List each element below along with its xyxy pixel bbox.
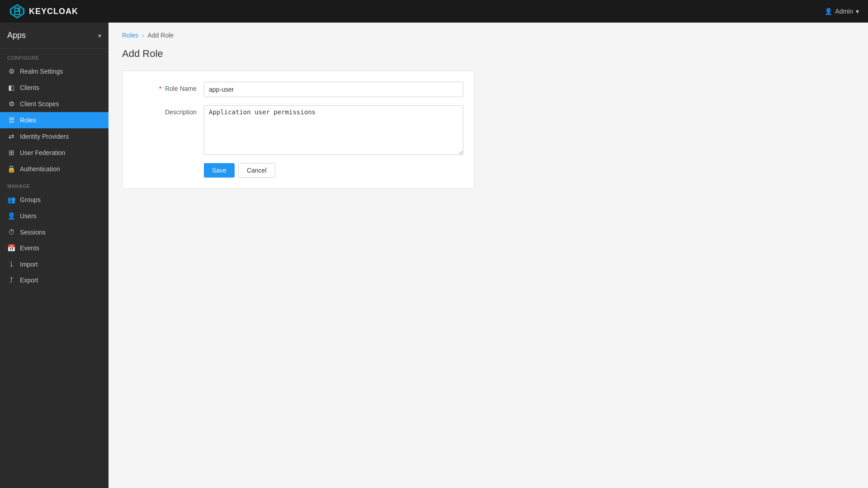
sidebar-item-groups[interactable]: 👥 Groups <box>0 192 108 208</box>
apps-chevron-icon: ▾ <box>98 32 101 39</box>
breadcrumb: Roles › Add Role <box>122 32 854 39</box>
sidebar-item-user-federation[interactable]: ⊞ User Federation <box>0 145 108 161</box>
sidebar-item-sessions[interactable]: ⏱ Sessions <box>0 224 108 240</box>
description-textarea[interactable] <box>204 105 463 155</box>
import-icon: ⤵ <box>7 260 15 268</box>
realm-settings-icon: ⚙ <box>7 67 15 75</box>
sidebar-item-label: Clients <box>20 84 39 91</box>
sidebar-item-identity-providers[interactable]: ⇄ Identity Providers <box>0 128 108 145</box>
roles-icon: ☰ <box>7 116 15 124</box>
layout: Apps ▾ Configure ⚙ Realm Settings ◧ Clie… <box>0 23 868 488</box>
sidebar-item-label: Groups <box>20 196 41 203</box>
sidebar-item-label: Authentication <box>20 165 60 173</box>
sidebar: Apps ▾ Configure ⚙ Realm Settings ◧ Clie… <box>0 23 108 488</box>
role-name-group: * Role Name <box>123 82 463 97</box>
sidebar-item-label: User Federation <box>20 149 65 156</box>
navbar: KEYCLOAK 👤 Admin ▾ <box>0 0 868 23</box>
breadcrumb-roles-link[interactable]: Roles <box>122 32 138 39</box>
form-actions: Save Cancel <box>123 163 463 178</box>
description-group: Description <box>123 105 463 155</box>
required-asterisk: * <box>159 85 161 92</box>
sidebar-item-export[interactable]: ⤴ Export <box>0 272 108 288</box>
sidebar-item-realm-settings[interactable]: ⚙ Realm Settings <box>0 63 108 80</box>
sidebar-item-clients[interactable]: ◧ Clients <box>0 80 108 96</box>
page-title: Add Role <box>122 48 854 60</box>
client-scopes-icon: ⚙ <box>7 100 15 108</box>
main-content: Roles › Add Role Add Role * Role Name De… <box>108 23 868 488</box>
breadcrumb-current: Add Role <box>147 32 174 39</box>
sidebar-item-users[interactable]: 👤 Users <box>0 208 108 224</box>
brand-text: KEYCLOAK <box>29 7 78 16</box>
sidebar-item-label: Events <box>20 244 39 252</box>
configure-section-title: Configure <box>0 49 108 63</box>
sessions-icon: ⏱ <box>7 228 15 236</box>
sidebar-item-events[interactable]: 📅 Events <box>0 240 108 256</box>
export-icon: ⤴ <box>7 276 15 284</box>
identity-providers-icon: ⇄ <box>7 132 15 141</box>
manage-section-title: Manage <box>0 177 108 192</box>
keycloak-logo-icon <box>9 3 25 19</box>
add-role-form: * Role Name Description Save Cancel <box>122 70 475 189</box>
events-icon: 📅 <box>7 244 15 252</box>
sidebar-item-label: Users <box>20 212 37 220</box>
sidebar-item-label: Sessions <box>20 229 46 236</box>
user-federation-icon: ⊞ <box>7 149 15 157</box>
save-button[interactable]: Save <box>204 163 235 178</box>
user-label: Admin <box>835 8 853 15</box>
role-name-input[interactable] <box>204 82 463 97</box>
sidebar-item-label: Import <box>20 261 38 268</box>
role-name-label: * Role Name <box>123 82 204 92</box>
apps-label: Apps <box>7 31 26 40</box>
user-chevron-icon: ▾ <box>856 8 859 15</box>
sidebar-item-label: Export <box>20 277 38 284</box>
description-label: Description <box>123 105 204 116</box>
groups-icon: 👥 <box>7 196 15 204</box>
sidebar-item-label: Realm Settings <box>20 68 63 75</box>
breadcrumb-separator: › <box>142 32 144 39</box>
sidebar-item-roles[interactable]: ☰ Roles <box>0 112 108 128</box>
brand: KEYCLOAK <box>9 3 78 19</box>
apps-dropdown[interactable]: Apps ▾ <box>0 23 108 49</box>
cancel-button[interactable]: Cancel <box>238 163 275 178</box>
sidebar-item-label: Client Scopes <box>20 100 59 108</box>
sidebar-item-label: Roles <box>20 117 36 124</box>
sidebar-item-authentication[interactable]: 🔒 Authentication <box>0 161 108 177</box>
sidebar-item-label: Identity Providers <box>20 133 69 140</box>
user-icon: 👤 <box>825 8 832 15</box>
sidebar-item-import[interactable]: ⤵ Import <box>0 256 108 272</box>
users-icon: 👤 <box>7 212 15 220</box>
clients-icon: ◧ <box>7 84 15 92</box>
user-menu[interactable]: 👤 Admin ▾ <box>825 8 859 15</box>
authentication-icon: 🔒 <box>7 165 15 173</box>
sidebar-item-client-scopes[interactable]: ⚙ Client Scopes <box>0 96 108 112</box>
